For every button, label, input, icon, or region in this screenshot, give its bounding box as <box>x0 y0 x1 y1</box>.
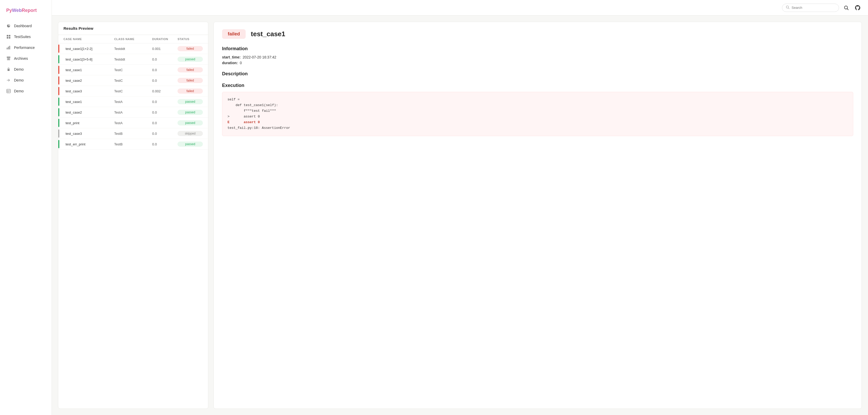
sidebar-item-demo3[interactable]: Demo <box>0 85 52 97</box>
svg-rect-9 <box>8 59 9 59</box>
sidebar-item-demo1-label: Demo <box>14 67 24 71</box>
row-class: TestA <box>114 110 152 114</box>
description-block: Description <box>222 71 853 77</box>
row-status-badge: passed <box>178 120 203 126</box>
row-duration: 0.0 <box>152 142 178 146</box>
archive-icon <box>6 56 11 61</box>
execution-code: self = def test_case1(self): f"""test fa… <box>222 92 853 136</box>
col-class-name: CLASS NAME <box>114 37 152 41</box>
row-duration: 0.0 <box>152 132 178 136</box>
table-row[interactable]: test_case1[3+5-8] Testddt 0.0 passed <box>58 54 208 65</box>
row-case-name: test_case2 <box>63 110 114 114</box>
row-duration: 0.0 <box>152 79 178 82</box>
row-class: Testddt <box>114 58 152 61</box>
row-class: Testddt <box>114 47 152 51</box>
row-duration: 0.0 <box>152 110 178 114</box>
search-input[interactable] <box>792 6 835 9</box>
results-header: Results Preview <box>58 22 208 35</box>
search-box[interactable] <box>782 4 839 12</box>
row-class: TestC <box>114 89 152 93</box>
row-status-badge: skipped <box>178 131 203 136</box>
col-duration: DURATION <box>152 37 178 41</box>
row-class: TestA <box>114 100 152 104</box>
svg-rect-7 <box>7 57 10 58</box>
sidebar-item-demo2-label: Demo <box>14 78 24 82</box>
row-status-badge: failed <box>178 78 203 83</box>
start-time-line: start_time: 2022-07-20 16:37:42 <box>222 55 853 59</box>
start-time-value: 2022-07-20 16:37:42 <box>243 55 276 59</box>
row-class: TestB <box>114 132 152 136</box>
row-class: TestA <box>114 121 152 125</box>
row-case-name: test_print <box>63 121 114 125</box>
row-status-badge: passed <box>178 110 203 115</box>
title-web: Web <box>12 8 22 13</box>
search-button[interactable] <box>842 4 850 12</box>
table-row[interactable]: test_case2 TestC 0.0 failed <box>58 75 208 86</box>
table-row[interactable]: test_case3 TestC 0.002 failed <box>58 86 208 97</box>
results-panel: Results Preview CASE NAME CLASS NAME DUR… <box>58 22 208 409</box>
detail-panel: failed test_case1 Information start_time… <box>214 22 862 409</box>
pie-chart-icon <box>6 24 11 28</box>
svg-rect-10 <box>7 69 9 71</box>
app-title: PyWebReport <box>0 5 52 21</box>
table-icon <box>6 89 11 94</box>
row-status-badge: passed <box>178 57 203 62</box>
execution-section-title: Execution <box>222 83 853 88</box>
start-time-label: start_time: <box>222 55 241 59</box>
svg-rect-11 <box>7 89 10 93</box>
sidebar-item-testsuites-label: TestSuites <box>14 35 31 39</box>
row-case-name: test_case1 <box>63 100 114 104</box>
svg-line-16 <box>788 8 789 9</box>
svg-rect-5 <box>8 46 9 49</box>
info-block: Information start_time: 2022-07-20 16:37… <box>222 46 853 65</box>
content-area: Results Preview CASE NAME CLASS NAME DUR… <box>52 15 868 415</box>
grid-icon <box>6 34 11 39</box>
sidebar-item-archives[interactable]: Archives <box>0 53 52 64</box>
row-case-name: test_case1 <box>63 68 114 72</box>
row-class: TestC <box>114 79 152 82</box>
svg-rect-3 <box>9 37 10 39</box>
row-case-name: test_case1[1+2-2] <box>63 47 114 51</box>
row-status-badge: failed <box>178 89 203 94</box>
col-case-name: CASE NAME <box>63 37 114 41</box>
duration-line: duration: 0 <box>222 61 853 65</box>
svg-rect-2 <box>7 37 8 39</box>
row-duration: 0.001 <box>152 47 178 51</box>
svg-rect-0 <box>7 35 8 36</box>
info-section-title: Information <box>222 46 853 51</box>
svg-rect-6 <box>9 46 10 49</box>
row-class: TestC <box>114 68 152 72</box>
table-body: test_case1[1+2-2] Testddt 0.001 failed t… <box>58 43 208 149</box>
row-case-name: test_err_print <box>63 142 114 146</box>
sidebar-item-archives-label: Archives <box>14 57 28 61</box>
table-header: CASE NAME CLASS NAME DURATION STATUS <box>58 35 208 43</box>
table-row[interactable]: test_case2 TestA 0.0 passed <box>58 107 208 118</box>
row-class: TestB <box>114 142 152 146</box>
table-row[interactable]: test_case1 TestA 0.0 passed <box>58 97 208 107</box>
github-icon[interactable] <box>854 4 862 12</box>
table-row[interactable]: test_err_print TestB 0.0 passed <box>58 139 208 149</box>
col-status: STATUS <box>178 37 203 41</box>
row-status-badge: passed <box>178 141 203 147</box>
table-row[interactable]: test_case1[1+2-2] Testddt 0.001 failed <box>58 43 208 54</box>
row-duration: 0.0 <box>152 121 178 125</box>
description-section-title: Description <box>222 71 853 77</box>
table-row[interactable]: test_case3 TestB 0.0 skipped <box>58 128 208 139</box>
title-report: Report <box>22 8 37 13</box>
sidebar-item-testsuites[interactable]: TestSuites <box>0 31 52 42</box>
main-area: Results Preview CASE NAME CLASS NAME DUR… <box>52 0 868 415</box>
sidebar-item-performance[interactable]: Performance <box>0 42 52 53</box>
table-row[interactable]: test_print TestA 0.0 passed <box>58 118 208 128</box>
row-case-name: test_case1[3+5-8] <box>63 58 114 61</box>
duration-label: duration: <box>222 61 238 65</box>
title-py: Py <box>6 8 12 13</box>
table-row[interactable]: test_case1 TestC 0.0 failed <box>58 65 208 75</box>
detail-failed-badge: failed <box>222 29 246 39</box>
row-status-badge: failed <box>178 46 203 51</box>
sidebar-item-demo1[interactable]: Demo <box>0 64 52 75</box>
svg-line-18 <box>847 8 848 10</box>
sidebar-item-dashboard[interactable]: Dashboard <box>0 21 52 31</box>
row-duration: 0.0 <box>152 58 178 61</box>
sidebar-item-demo2[interactable]: Demo <box>0 75 52 85</box>
duration-value: 0 <box>240 61 242 65</box>
